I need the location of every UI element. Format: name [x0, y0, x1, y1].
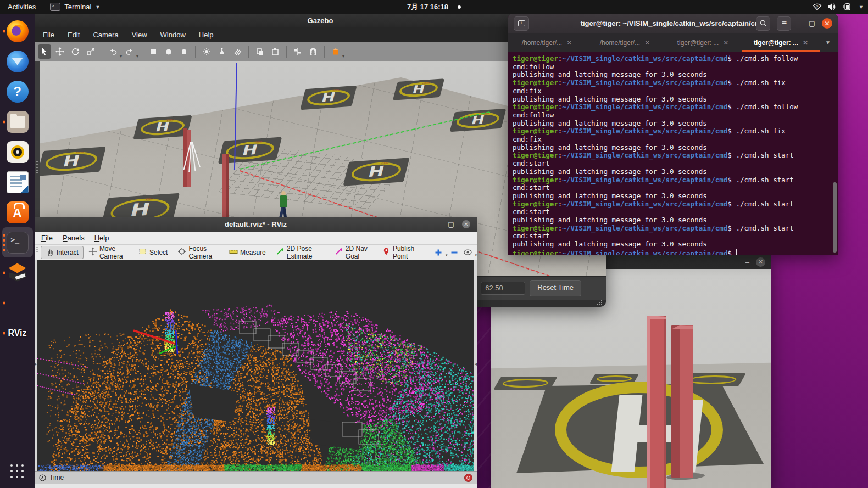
system-indicators[interactable]: ? ▼ [813, 3, 864, 11]
dock-item-help[interactable]: ? [2, 76, 33, 106]
tool-2d-pose-estimate[interactable]: 2D Pose Estimate [271, 246, 330, 259]
tool-properties-button[interactable] [461, 246, 474, 259]
time-panel-label: Time [49, 474, 64, 481]
panel-collapse-arrow-icon[interactable]: ▸ [35, 361, 37, 367]
dropdown-caret-icon[interactable]: ▾ [342, 54, 344, 61]
rviz-viewport[interactable]: ▸ ◂ [35, 260, 477, 471]
dock-item-ubuntu-software[interactable]: A [2, 197, 33, 227]
fps-value-field[interactable]: 62.50 [481, 282, 525, 295]
dock-item-terminal[interactable]: >_ [2, 227, 33, 257]
terminal-tab-1[interactable]: /home/tiger/...✕ [508, 33, 586, 52]
tab-close-icon[interactable]: ✕ [644, 39, 650, 47]
gazebo-menu-camera[interactable]: Camera [93, 31, 118, 39]
dock-item-firefox[interactable] [2, 16, 33, 46]
close-button[interactable]: ✕ [822, 18, 832, 29]
tool-2d-nav-goal[interactable]: 2D Nav Goal [330, 246, 377, 259]
terminal-output[interactable]: tiger@tiger:~/VISIM_single/catkin_ws/src… [508, 52, 838, 255]
dock-item-gazebo[interactable] [2, 257, 33, 288]
remove-tool-button[interactable] [448, 246, 460, 259]
box-tool-button[interactable] [147, 44, 160, 59]
terminal-tab-2[interactable]: /home/tiger/...✕ [586, 33, 664, 52]
terminal-tab-3[interactable]: tiger@tiger: ...✕ [664, 33, 742, 52]
menu-button[interactable]: ≡ [777, 16, 791, 31]
minimize-button[interactable]: – [745, 259, 749, 266]
sun-tool-button[interactable] [200, 44, 213, 59]
gazebo-menu-help[interactable]: Help [199, 31, 214, 39]
minimize-button[interactable]: – [436, 221, 439, 228]
panel-collapse-arrow-icon[interactable]: ◂ [474, 361, 477, 367]
redo-tool-button[interactable] [123, 44, 136, 59]
dropdown-caret-icon[interactable]: ▾ [475, 253, 477, 259]
sphere-tool-button[interactable] [162, 44, 175, 59]
rviz-menu-file[interactable]: File [41, 234, 53, 242]
rviz-menu-panels[interactable]: Panels [63, 234, 85, 242]
clock[interactable]: 7月 17 16:18 [407, 2, 461, 12]
close-button[interactable]: ✕ [756, 257, 765, 267]
dock-item-libreoffice-writer[interactable] [2, 167, 33, 197]
hidden-app-icon [7, 292, 29, 314]
rotate-tool-button[interactable] [69, 44, 82, 59]
red-pillar [222, 154, 229, 220]
tool-publish-point[interactable]: Publish Point [377, 246, 425, 259]
notification-dot-icon [458, 5, 461, 9]
tool-focus-camera[interactable]: Focus Camera [173, 246, 224, 259]
terminal-tab-4[interactable]: tiger@tiger: ...✕ [742, 33, 820, 52]
rviz-menu-help[interactable]: Help [94, 234, 109, 242]
cursor-tool-button[interactable] [38, 44, 51, 59]
tab-close-icon[interactable]: ✕ [566, 39, 572, 47]
tab-close-icon[interactable]: ✕ [723, 39, 728, 47]
magnet-tool-button[interactable] [307, 44, 320, 59]
scrollbar-thumb[interactable] [833, 182, 837, 253]
scale-tool-button[interactable] [84, 44, 97, 59]
copy-tool-button[interactable] [253, 44, 266, 59]
dock-item-thunderbird[interactable] [2, 46, 33, 76]
tool-select[interactable]: Select [133, 246, 173, 259]
dock-item-rviz[interactable]: RViz [2, 318, 33, 348]
move-tool-button[interactable] [53, 44, 66, 59]
spot-tool-button[interactable] [215, 44, 229, 59]
app-menu[interactable]: > Terminal ▼ [50, 3, 100, 11]
minimize-button[interactable]: – [798, 20, 802, 27]
align-tool-button[interactable] [291, 44, 304, 59]
tool-move-camera[interactable]: Move Camera [84, 246, 133, 259]
close-button[interactable]: ✕ [462, 220, 470, 228]
toolbar-drag-handle[interactable] [36, 247, 38, 258]
model-tool-button[interactable] [329, 44, 342, 59]
reset-time-button[interactable]: Reset Time [530, 280, 581, 296]
gazebo-menu-window[interactable]: Window [160, 31, 186, 39]
tool-measure[interactable]: Measure [224, 246, 271, 259]
scrollbar[interactable] [832, 52, 837, 255]
tool-interact[interactable]: Interact [41, 246, 84, 259]
terminal-app-icon: > [50, 3, 60, 11]
cylinder-tool-button[interactable] [177, 44, 191, 59]
time-panel-close-button[interactable] [464, 474, 472, 482]
activities-button[interactable]: Activities [8, 3, 36, 11]
ubuntu-software-icon: A [7, 201, 29, 223]
red-pillar [671, 325, 693, 478]
terminal-titlebar[interactable]: + tiger@tiger: ~/VISIM_single/catkin_ws/… [508, 14, 838, 33]
dropdown-caret-icon[interactable]: ▾ [136, 54, 138, 61]
maximize-button[interactable]: ▢ [448, 221, 454, 228]
dock-item-hidden-app[interactable] [2, 288, 33, 318]
helipad: HVISIM [449, 109, 506, 132]
gazebo-menu-view[interactable]: View [132, 31, 147, 39]
dock-item-rhythmbox[interactable] [2, 137, 33, 167]
dropdown-caret-icon[interactable]: ▾ [120, 54, 122, 61]
rviz-titlebar[interactable]: default.rviz* - RViz – ▢ ✕ [35, 217, 477, 232]
resize-grip-icon[interactable] [597, 300, 602, 305]
paste-tool-button[interactable] [269, 44, 282, 59]
pointcloud-canvas[interactable] [37, 260, 474, 471]
dropdown-caret-icon[interactable]: ▾ [446, 253, 448, 259]
new-tab-button[interactable]: + [514, 16, 529, 31]
dir-tool-button[interactable] [231, 44, 244, 59]
tab-close-icon[interactable]: ✕ [803, 39, 808, 47]
dock-item-files[interactable] [2, 106, 33, 137]
tab-list-caret[interactable]: ▼ [820, 33, 836, 52]
search-button[interactable] [756, 16, 770, 31]
gazebo-menu-edit[interactable]: Edit [68, 31, 80, 39]
add-tool-button[interactable] [432, 246, 444, 259]
show-applications-button[interactable] [7, 461, 29, 483]
gazebo-menu-file[interactable]: File [43, 31, 54, 39]
undo-tool-button[interactable] [107, 44, 120, 59]
maximize-button[interactable]: ▢ [809, 20, 815, 27]
